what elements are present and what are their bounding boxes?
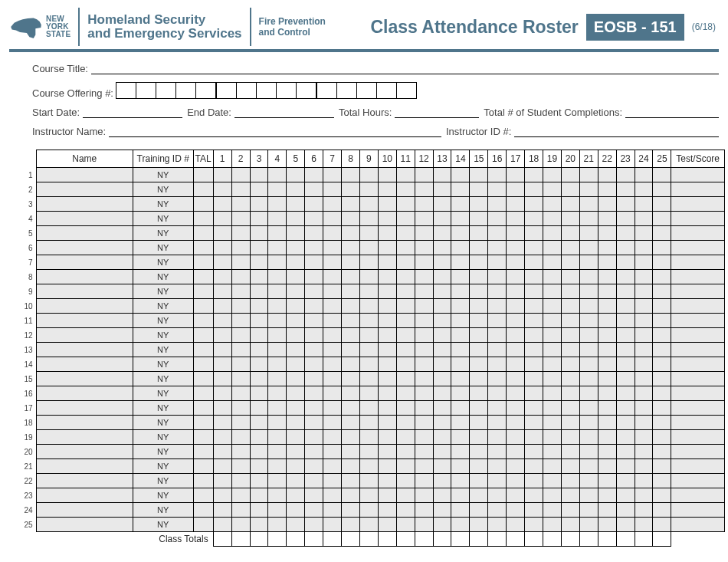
session-cell[interactable] [231, 401, 250, 416]
session-cell[interactable] [635, 372, 653, 386]
session-cell[interactable] [653, 255, 671, 270]
training-id-cell[interactable]: NY [133, 401, 193, 416]
name-cell[interactable] [36, 386, 133, 401]
session-cell[interactable] [451, 474, 470, 488]
name-cell[interactable] [36, 343, 133, 357]
session-cell[interactable] [525, 212, 543, 226]
session-cell[interactable] [378, 459, 396, 474]
session-cell[interactable] [305, 314, 323, 328]
session-cell[interactable] [616, 226, 635, 241]
session-cell[interactable] [323, 343, 342, 357]
session-cell[interactable] [561, 255, 579, 270]
session-cell[interactable] [543, 226, 562, 241]
session-cell[interactable] [470, 270, 488, 284]
training-id-cell[interactable]: NY [133, 459, 193, 474]
session-cell[interactable] [653, 430, 671, 445]
session-cell[interactable] [213, 401, 231, 416]
session-cell[interactable] [635, 343, 653, 357]
session-cell[interactable] [635, 212, 653, 226]
session-cell[interactable] [359, 299, 378, 314]
session-cell[interactable] [507, 197, 525, 212]
session-cell[interactable] [525, 270, 543, 284]
session-cell[interactable] [635, 518, 653, 532]
session-cell[interactable] [342, 416, 360, 430]
session-cell[interactable] [507, 212, 525, 226]
session-cell[interactable] [415, 416, 433, 430]
session-cell[interactable] [415, 314, 433, 328]
session-cell[interactable] [415, 474, 433, 488]
session-cell[interactable] [323, 255, 342, 270]
session-cell[interactable] [488, 255, 507, 270]
session-cell[interactable] [323, 430, 342, 445]
session-cell[interactable] [378, 401, 396, 416]
session-cell[interactable] [415, 241, 433, 255]
session-cell[interactable] [525, 328, 543, 343]
session-cell[interactable] [415, 284, 433, 299]
session-cell[interactable] [359, 255, 378, 270]
session-cell[interactable] [213, 372, 231, 386]
session-cell[interactable] [616, 343, 635, 357]
name-cell[interactable] [36, 503, 133, 518]
session-cell[interactable] [342, 212, 360, 226]
tal-cell[interactable] [193, 386, 213, 401]
session-cell[interactable] [287, 284, 305, 299]
test-score-cell[interactable] [671, 226, 725, 241]
session-cell[interactable] [231, 241, 250, 255]
class-total-cell[interactable] [378, 532, 396, 547]
session-cell[interactable] [543, 284, 562, 299]
test-score-cell[interactable] [671, 430, 725, 445]
end-date-input[interactable] [234, 107, 334, 118]
test-score-cell[interactable] [671, 168, 725, 182]
session-cell[interactable] [525, 284, 543, 299]
test-score-cell[interactable] [671, 212, 725, 226]
session-cell[interactable] [305, 343, 323, 357]
test-score-cell[interactable] [671, 197, 725, 212]
session-cell[interactable] [287, 299, 305, 314]
session-cell[interactable] [488, 357, 507, 372]
session-cell[interactable] [396, 314, 415, 328]
session-cell[interactable] [451, 372, 470, 386]
session-cell[interactable] [415, 357, 433, 372]
session-cell[interactable] [396, 226, 415, 241]
session-cell[interactable] [359, 386, 378, 401]
session-cell[interactable] [231, 357, 250, 372]
session-cell[interactable] [653, 518, 671, 532]
session-cell[interactable] [396, 430, 415, 445]
session-cell[interactable] [359, 284, 378, 299]
session-cell[interactable] [213, 197, 231, 212]
session-cell[interactable] [488, 299, 507, 314]
session-cell[interactable] [342, 474, 360, 488]
session-cell[interactable] [470, 518, 488, 532]
offering-box[interactable] [256, 82, 277, 99]
session-cell[interactable] [378, 226, 396, 241]
session-cell[interactable] [525, 416, 543, 430]
session-cell[interactable] [507, 518, 525, 532]
session-cell[interactable] [396, 270, 415, 284]
session-cell[interactable] [213, 299, 231, 314]
session-cell[interactable] [396, 182, 415, 197]
session-cell[interactable] [653, 212, 671, 226]
session-cell[interactable] [268, 168, 287, 182]
session-cell[interactable] [470, 328, 488, 343]
session-cell[interactable] [433, 445, 451, 459]
session-cell[interactable] [359, 357, 378, 372]
training-id-cell[interactable]: NY [133, 197, 193, 212]
session-cell[interactable] [323, 241, 342, 255]
session-cell[interactable] [250, 518, 268, 532]
session-cell[interactable] [598, 328, 616, 343]
class-total-cell[interactable] [525, 532, 543, 547]
session-cell[interactable] [488, 488, 507, 503]
session-cell[interactable] [323, 401, 342, 416]
session-cell[interactable] [579, 182, 598, 197]
session-cell[interactable] [598, 314, 616, 328]
session-cell[interactable] [507, 386, 525, 401]
session-cell[interactable] [323, 386, 342, 401]
session-cell[interactable] [616, 299, 635, 314]
session-cell[interactable] [433, 372, 451, 386]
session-cell[interactable] [525, 343, 543, 357]
session-cell[interactable] [433, 343, 451, 357]
session-cell[interactable] [396, 459, 415, 474]
offering-box[interactable] [195, 82, 216, 99]
session-cell[interactable] [231, 459, 250, 474]
session-cell[interactable] [653, 459, 671, 474]
